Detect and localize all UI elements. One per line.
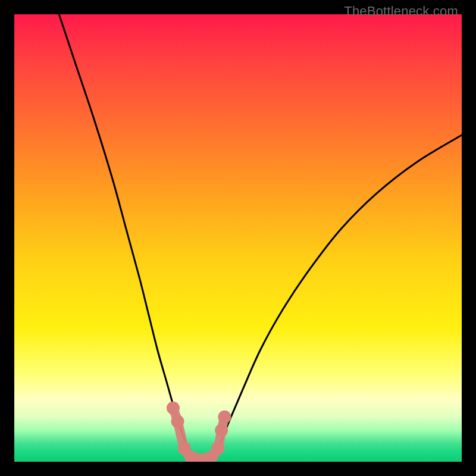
curve-right — [211, 135, 462, 462]
svg-point-9 — [218, 411, 231, 424]
svg-point-1 — [171, 415, 184, 428]
curve-left — [59, 14, 193, 462]
svg-point-0 — [167, 402, 180, 415]
svg-point-8 — [215, 424, 228, 437]
plot-svg — [14, 14, 462, 462]
bottom-dots — [167, 402, 231, 462]
chart-area — [14, 14, 462, 462]
watermark-text: TheBottleneck.com — [344, 4, 458, 19]
svg-point-7 — [211, 441, 224, 455]
